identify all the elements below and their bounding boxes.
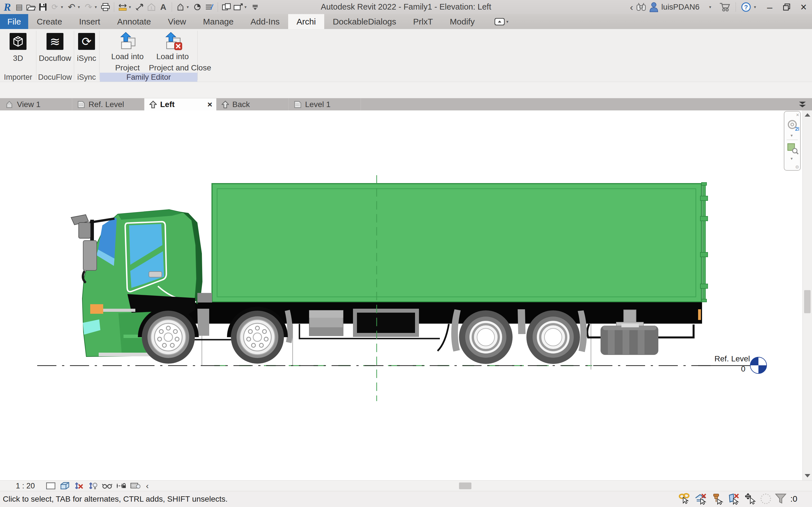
drag-elements-on-selection-icon[interactable] xyxy=(744,493,756,505)
measure-icon[interactable] xyxy=(117,1,128,13)
background-processes-icon[interactable] xyxy=(760,494,771,504)
reveal-hidden-elements-icon[interactable] xyxy=(130,482,140,490)
print-icon[interactable] xyxy=(100,1,111,13)
minimize-button[interactable]: – xyxy=(761,0,778,14)
tab-add-ins[interactable]: Add-Ins xyxy=(242,14,288,29)
tab-dockabledialogs[interactable]: DockableDialogs xyxy=(324,14,405,29)
show-crop-region-icon[interactable] xyxy=(88,482,98,490)
measure-dropdown-icon[interactable]: ▾ xyxy=(129,4,133,10)
view-scale-button[interactable]: 1 : 20 xyxy=(16,482,35,490)
tab-file[interactable]: File xyxy=(0,14,28,29)
signed-in-username[interactable]: luisPDAN6 xyxy=(661,3,700,11)
load-into-project-and-close-button[interactable]: Load into Project and Close xyxy=(149,32,196,73)
front-wheel-2[interactable] xyxy=(231,311,284,363)
scroll-down-icon[interactable] xyxy=(805,474,810,477)
horizontal-scroll-thumb[interactable] xyxy=(459,483,471,489)
tab-archi[interactable]: Archi xyxy=(288,14,324,29)
tag-by-category-icon[interactable]: 1 xyxy=(146,1,157,13)
section-icon[interactable] xyxy=(192,1,203,13)
panel-label-importer[interactable]: Importer xyxy=(0,73,36,82)
collapse-infocenter-icon[interactable]: ‹ xyxy=(630,2,633,13)
restore-button[interactable] xyxy=(778,0,795,14)
3d-importer-button[interactable] xyxy=(10,33,27,50)
tab-modify[interactable]: Modify xyxy=(441,14,483,29)
sync-dropdown-icon[interactable]: ▾ xyxy=(61,4,65,10)
close-view-tab-icon[interactable]: × xyxy=(207,100,212,109)
aligned-dimension-icon[interactable] xyxy=(134,1,145,13)
zoom-dropdown-icon[interactable]: ▾ xyxy=(791,156,793,161)
app-store-cart-icon[interactable] xyxy=(719,2,730,12)
view-tab-view1[interactable]: View 1 xyxy=(0,98,72,110)
load-into-project-button[interactable]: Load into Project xyxy=(108,32,147,73)
view-tab-level1[interactable]: Level 1 xyxy=(289,98,361,110)
visual-style-icon[interactable] xyxy=(60,482,70,490)
filter-icon[interactable] xyxy=(775,494,786,504)
navbar-options-icon[interactable]: ⊜ xyxy=(795,164,799,170)
help-icon[interactable]: ? xyxy=(741,2,751,12)
ribbon-display-toggle[interactable]: ▾ xyxy=(495,14,511,29)
search-icon[interactable] xyxy=(636,3,646,11)
view-tab-back[interactable]: Back xyxy=(216,98,289,110)
panel-label-docuflow[interactable]: DocuFlow xyxy=(36,73,74,82)
truck-family-drawing[interactable] xyxy=(0,110,802,480)
temporary-hide-isolate-icon[interactable] xyxy=(102,482,112,490)
switch-windows-icon[interactable] xyxy=(233,1,244,13)
select-elements-by-face-icon[interactable] xyxy=(728,493,740,505)
text-icon[interactable]: A xyxy=(158,1,169,13)
tab-insert[interactable]: Insert xyxy=(70,14,109,29)
panel-label-isync[interactable]: iSync xyxy=(74,73,99,82)
close-hidden-windows-icon[interactable] xyxy=(221,1,232,13)
view-tab-list-icon[interactable] xyxy=(798,101,807,108)
recent-documents-icon[interactable]: ▤ xyxy=(13,1,25,13)
3d-view-dropdown-icon[interactable]: ▾ xyxy=(187,4,191,10)
steering-wheel-2d-icon[interactable]: 2D xyxy=(786,119,799,132)
tab-view[interactable]: View xyxy=(160,14,195,29)
vertical-scrollbar[interactable] xyxy=(802,110,812,480)
rear-wheel-2[interactable] xyxy=(526,311,580,364)
collapse-view-control-bar-icon[interactable]: ‹ xyxy=(146,481,149,491)
open-icon[interactable] xyxy=(26,1,37,13)
undo-dropdown-icon[interactable]: ▾ xyxy=(78,4,82,10)
wheel-dropdown-icon[interactable]: ▾ xyxy=(791,133,793,138)
switch-windows-dropdown-icon[interactable]: ▾ xyxy=(245,4,249,10)
thin-lines-icon[interactable] xyxy=(204,1,215,13)
navbar-close-icon[interactable]: × xyxy=(796,112,799,118)
reveal-constraints-icon[interactable] xyxy=(116,482,126,490)
tab-manage[interactable]: Manage xyxy=(195,14,242,29)
scroll-up-icon[interactable] xyxy=(805,113,810,117)
ribbon-toggle-dropdown-icon[interactable]: ▾ xyxy=(506,19,511,24)
save-icon[interactable] xyxy=(37,1,49,13)
drawing-area[interactable]: Ref. Level 0 × 2D ▾ ▾ ⊜ xyxy=(0,110,802,480)
front-wheel-1[interactable] xyxy=(142,311,195,363)
panel-label-family-editor[interactable]: Family Editor xyxy=(100,73,197,82)
redo-icon[interactable]: ↷ xyxy=(83,1,94,13)
truck-trailer-box[interactable] xyxy=(212,182,708,302)
zoom-region-icon[interactable] xyxy=(787,143,799,154)
tab-create[interactable]: Create xyxy=(28,14,70,29)
view-tab-ref-level[interactable]: Ref. Level xyxy=(72,98,144,110)
level-head-symbol[interactable] xyxy=(750,357,767,374)
redo-dropdown-icon[interactable]: ▾ xyxy=(95,4,99,10)
sync-with-central-icon[interactable]: ⟳ xyxy=(49,1,60,13)
undo-icon[interactable]: ↶ xyxy=(66,1,77,13)
tab-annotate[interactable]: Annotate xyxy=(109,14,159,29)
customize-qat-icon[interactable] xyxy=(250,1,261,13)
help-dropdown-icon[interactable]: ▾ xyxy=(754,4,758,10)
select-underlay-elements-icon[interactable] xyxy=(695,493,707,505)
detail-level-icon[interactable] xyxy=(46,482,56,490)
select-pinned-elements-icon[interactable] xyxy=(711,493,724,505)
vertical-scroll-thumb[interactable] xyxy=(804,290,811,313)
rear-wheel-1[interactable] xyxy=(459,311,513,364)
crop-view-icon[interactable] xyxy=(74,482,84,490)
select-links-icon[interactable] xyxy=(679,493,691,505)
level-name-label[interactable]: Ref. Level xyxy=(714,354,750,363)
isync-button[interactable]: ⟳ xyxy=(78,33,95,50)
close-button[interactable]: × xyxy=(795,0,812,14)
revit-logo-icon[interactable]: R xyxy=(2,1,13,13)
tab-prlxt[interactable]: PrlxT xyxy=(405,14,441,29)
default-3d-view-icon[interactable] xyxy=(175,1,186,13)
view-tab-left[interactable]: Left × xyxy=(144,98,216,110)
user-dropdown-icon[interactable]: ▾ xyxy=(709,4,714,10)
level-elevation-value[interactable]: 0 xyxy=(735,364,752,374)
docuflow-button[interactable]: ≋ xyxy=(47,33,63,50)
